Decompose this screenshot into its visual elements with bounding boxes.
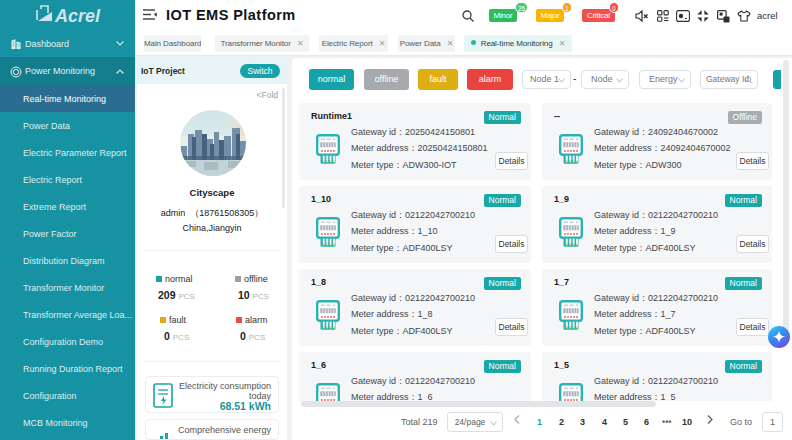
svg-text:Acrel: Acrel: [54, 6, 101, 26]
